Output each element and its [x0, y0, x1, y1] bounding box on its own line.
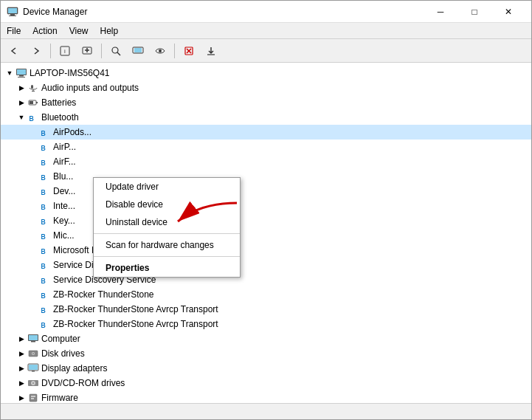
close-button[interactable]: ✕	[491, 1, 525, 23]
ctx-properties[interactable]: Properties	[94, 259, 240, 277]
bt-device-icon-1: ʙ	[39, 126, 51, 138]
scan-icon	[110, 45, 122, 57]
toolbar-forward[interactable]	[26, 41, 46, 61]
tree-item-display[interactable]: ▶ Display adapters	[1, 361, 531, 376]
expand-audio[interactable]: ▶	[15, 82, 27, 94]
svg-text:ʙ: ʙ	[29, 113, 34, 123]
context-menu: Update driver Disable device Uninstall d…	[93, 177, 241, 278]
svg-rect-49	[32, 371, 35, 372]
svg-rect-54	[31, 396, 35, 397]
toolbar-download[interactable]	[201, 41, 221, 61]
tree-item-disk[interactable]: ▶ Disk drives	[1, 346, 531, 361]
bt-device-icon-6: ʙ	[39, 200, 51, 212]
status-bar	[1, 403, 531, 419]
toolbar-properties[interactable]: i	[55, 41, 75, 61]
tree-item-airpods1[interactable]: ▶ ʙ AirPods...	[1, 125, 531, 140]
tree-item-mic[interactable]: ▶ ʙ Mic...	[1, 228, 531, 243]
title-bar-buttons: ─ □ ✕	[424, 1, 525, 23]
bt-device-icon-4: ʙ	[39, 171, 51, 182]
disk-label: Disk drives	[41, 348, 85, 359]
expand-disk[interactable]: ▶	[15, 348, 27, 359]
expand-firmware[interactable]: ▶	[15, 392, 27, 403]
forward-icon	[30, 45, 42, 57]
tree-item-dvd[interactable]: ▶ DVD/CD-ROM drives	[1, 376, 531, 390]
svg-text:ʙ: ʙ	[41, 157, 46, 168]
menu-action[interactable]: Action	[27, 24, 63, 38]
toolbar-uninstall[interactable]	[179, 41, 199, 61]
svg-text:ʙ: ʙ	[41, 128, 46, 138]
tree-item-firmware[interactable]: ▶ Firmware	[1, 390, 531, 403]
menu-help[interactable]: Help	[94, 24, 125, 38]
toolbar-scan[interactable]	[106, 41, 126, 61]
svg-rect-17	[17, 69, 26, 75]
menu-view[interactable]: View	[63, 24, 94, 38]
menu-file[interactable]: File	[1, 24, 27, 38]
svg-rect-20	[31, 85, 33, 89]
tree-item-zb3[interactable]: ▶ ʙ ZB-Rocker ThunderStone Avrcp Transpo…	[1, 317, 531, 331]
bt-device-icon-10: ʙ	[39, 259, 51, 271]
ctx-update-driver[interactable]: Update driver	[94, 178, 240, 196]
disk-icon	[27, 348, 39, 359]
ctx-scan-hardware[interactable]: Scan for hardware changes	[94, 236, 240, 254]
batteries-label: Batteries	[41, 97, 76, 108]
svg-text:ʙ: ʙ	[41, 231, 46, 241]
tree-item-root[interactable]: ▼ LAPTOP-IMS56Q41	[1, 66, 531, 80]
svg-text:ʙ: ʙ	[41, 202, 46, 212]
tree-item-key[interactable]: ▶ ʙ Key...	[1, 213, 531, 228]
tree-item-sds2[interactable]: ▶ ʙ Service Discovery Service	[1, 272, 531, 287]
svg-rect-22	[32, 91, 35, 92]
ctx-separator-2	[94, 256, 240, 257]
svg-rect-1	[8, 8, 17, 13]
bluetooth-label: Bluetooth	[41, 112, 79, 123]
svg-rect-24	[30, 101, 33, 104]
computer-folder-icon	[27, 333, 39, 345]
tree-item-mble[interactable]: ▶ ʙ Microsoft Bluetooth LE Enumerator	[1, 243, 531, 258]
svg-rect-43	[31, 341, 35, 342]
expand-root[interactable]: ▼	[4, 67, 15, 79]
toolbar-update-driver[interactable]	[77, 41, 97, 61]
expand-dvd[interactable]: ▶	[15, 377, 27, 389]
window-title: Device Manager	[23, 7, 87, 17]
svg-rect-25	[36, 102, 38, 103]
airpods1-label: AirPods...	[53, 127, 91, 137]
tree-item-zb2[interactable]: ▶ ʙ ZB-Rocker ThunderStone Avrcp Transpo…	[1, 302, 531, 317]
ctx-uninstall-device[interactable]: Uninstall device	[94, 213, 240, 231]
svg-text:i: i	[64, 48, 66, 55]
expand-display[interactable]: ▶	[15, 362, 27, 374]
tree-item-batteries[interactable]: ▶ Batteries	[1, 95, 531, 110]
tree-item-zb1[interactable]: ▶ ʙ ZB-Rocker ThunderStone	[1, 287, 531, 302]
firmware-label: Firmware	[41, 393, 78, 403]
bt-device-icon-11: ʙ	[39, 274, 51, 286]
tree-item-blu[interactable]: ▶ ʙ Blu...	[1, 169, 531, 184]
tree-item-sds1[interactable]: ▶ ʙ Service Discovery Service	[1, 258, 531, 272]
tree-item-airf[interactable]: ▶ ʙ AirF...	[1, 154, 531, 169]
expand-batteries[interactable]: ▶	[15, 97, 27, 109]
svg-point-11	[159, 49, 162, 52]
bt-device-icon-2: ʙ	[39, 141, 51, 153]
main-content: ▼ LAPTOP-IMS56Q41 ▶ Audio inputs and out…	[1, 63, 531, 403]
tree-item-dev[interactable]: ▶ ʙ Dev...	[1, 184, 531, 199]
expand-computer[interactable]: ▶	[15, 333, 27, 345]
properties-icon: i	[59, 45, 71, 57]
bt-device-icon-13: ʙ	[39, 303, 51, 315]
airpods2-label: AirP...	[53, 142, 76, 152]
svg-text:ʙ: ʙ	[41, 172, 46, 182]
minimize-button[interactable]: ─	[424, 1, 457, 23]
tree-view[interactable]: ▼ LAPTOP-IMS56Q41 ▶ Audio inputs and out…	[1, 63, 531, 403]
expand-bluetooth[interactable]: ▼	[15, 111, 27, 123]
toolbar-show-hidden[interactable]	[150, 41, 170, 61]
title-bar-left: Device Manager	[7, 6, 87, 18]
ctx-disable-device[interactable]: Disable device	[94, 196, 240, 213]
dvd-icon	[27, 377, 39, 389]
toolbar-back[interactable]	[4, 41, 24, 61]
tree-item-audio[interactable]: ▶ Audio inputs and outputs	[1, 80, 531, 95]
toolbar-device-mgr[interactable]	[128, 41, 148, 61]
maximize-button[interactable]: □	[457, 1, 491, 23]
bt-device-icon-3: ʙ	[39, 156, 51, 168]
bt-device-icon-14: ʙ	[39, 318, 51, 330]
tree-item-airpods2[interactable]: ▶ ʙ AirP...	[1, 140, 531, 154]
tree-item-computer[interactable]: ▶ Computer	[1, 331, 531, 346]
tree-item-inte[interactable]: ▶ ʙ Inte...	[1, 199, 531, 213]
tree-item-bluetooth[interactable]: ▼ ʙ Bluetooth	[1, 110, 531, 125]
uninstall-icon	[183, 45, 195, 57]
